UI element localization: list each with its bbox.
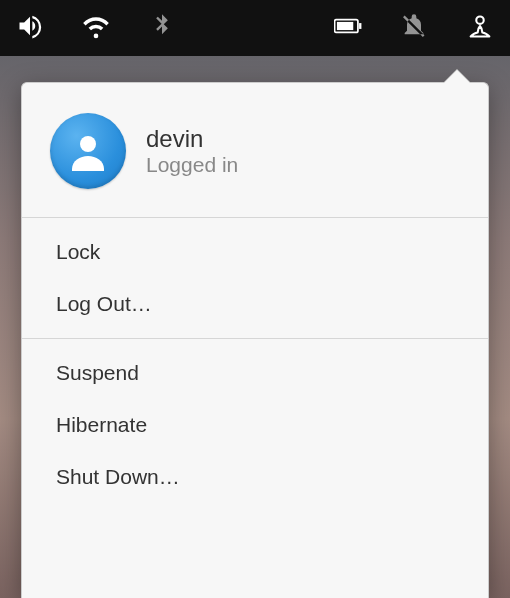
user-block: devin Logged in [22, 83, 488, 217]
volume-icon[interactable] [16, 12, 44, 44]
suspend-item[interactable]: Suspend [22, 347, 488, 399]
user-status: Logged in [146, 153, 238, 177]
wifi-icon[interactable] [82, 12, 110, 44]
battery-icon[interactable] [334, 12, 362, 44]
user-info: devin Logged in [146, 125, 238, 178]
hibernate-item[interactable]: Hibernate [22, 399, 488, 451]
top-panel [0, 0, 510, 56]
user-menu-icon[interactable] [466, 12, 494, 44]
power-menu: Suspend Hibernate Shut Down… [22, 339, 488, 511]
svg-rect-2 [359, 23, 361, 29]
notifications-muted-icon[interactable] [400, 12, 428, 44]
avatar [50, 113, 126, 189]
bluetooth-icon[interactable] [148, 12, 176, 44]
popover-arrow [444, 70, 470, 83]
session-menu: Lock Log Out… [22, 218, 488, 338]
user-popover: devin Logged in Lock Log Out… Suspend Hi… [21, 82, 489, 598]
logout-item[interactable]: Log Out… [22, 278, 488, 330]
shutdown-item[interactable]: Shut Down… [22, 451, 488, 503]
svg-rect-1 [337, 22, 353, 30]
svg-point-4 [80, 136, 96, 152]
svg-point-3 [476, 16, 483, 23]
user-name: devin [146, 125, 238, 154]
lock-item[interactable]: Lock [22, 226, 488, 278]
